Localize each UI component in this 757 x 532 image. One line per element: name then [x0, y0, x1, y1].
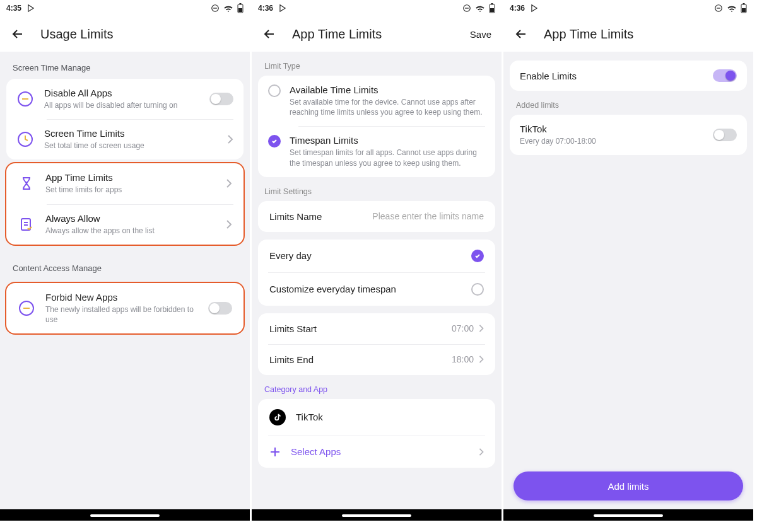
- limits-end-label: Limits End: [269, 354, 314, 365]
- wifi-icon: [223, 4, 233, 12]
- limits-name-label: Limits Name: [269, 211, 322, 222]
- status-bar: 4:35: [0, 0, 250, 16]
- row-timespan-limits[interactable]: Timespan Limits Set timespan limits for …: [258, 126, 495, 176]
- customize-label: Customize everyday timespan: [269, 284, 471, 294]
- row-limits-name[interactable]: Limits Name: [258, 201, 495, 232]
- radio-available[interactable]: [268, 84, 281, 97]
- row-available-time-limits[interactable]: Available Time Limits Set available time…: [258, 76, 495, 126]
- back-icon[interactable]: [262, 26, 277, 42]
- card-apps: TikTok Select Apps: [258, 399, 495, 468]
- status-time: 4:35: [6, 4, 21, 13]
- section-screen-time: Screen Time Manage: [0, 52, 250, 79]
- row-always-allow[interactable]: Always Allow Always allow the apps on th…: [6, 204, 244, 245]
- radio-every-day[interactable]: [471, 250, 484, 262]
- limits-name-input[interactable]: [322, 211, 484, 221]
- page-title: App Time Limits: [544, 27, 633, 42]
- play-store-icon: [278, 4, 287, 13]
- title-bar: App Time Limits Save: [252, 16, 502, 52]
- section-content-access: Content Access Manage: [0, 252, 250, 279]
- svg-rect-14: [491, 3, 493, 4]
- row-every-day[interactable]: Every day: [258, 240, 495, 272]
- stl-title: Screen Time Limits: [44, 128, 222, 139]
- card-time-range: Limits Start 07:00 Limits End 18:00: [258, 313, 495, 375]
- nav-home-bar[interactable]: [503, 509, 753, 521]
- status-bar: 4:36: [252, 0, 502, 16]
- battery-icon: [489, 3, 495, 13]
- title-bar: Usage Limits: [0, 16, 250, 52]
- play-store-icon: [530, 4, 539, 13]
- clock-icon: [16, 130, 34, 148]
- card-added-limits: TikTok Every day 07:00-18:00: [510, 115, 747, 155]
- section-limit-type: Limit Type: [252, 52, 502, 76]
- screen-app-time-limits-form: 4:36 App Time Limits Save Limit Type Ava…: [252, 0, 502, 521]
- save-button[interactable]: Save: [470, 29, 491, 40]
- row-screen-time-limits[interactable]: Screen Time Limits Set total time of scr…: [6, 119, 244, 159]
- card-limit-type: Available Time Limits Set available time…: [258, 76, 495, 177]
- wifi-icon: [475, 4, 485, 12]
- chevron-right-icon: [479, 325, 484, 332]
- nav-home-bar[interactable]: [252, 509, 502, 521]
- chevron-right-icon: [226, 220, 232, 229]
- row-limit-item-tiktok[interactable]: TikTok Every day 07:00-18:00: [510, 115, 747, 155]
- card-schedule: Every day Customize everyday timespan: [258, 240, 495, 306]
- forbid-sub: The newly installed apps will be forbidd…: [45, 304, 203, 325]
- section-added-limits: Added limits: [503, 91, 753, 115]
- add-limits-button[interactable]: Add limits: [513, 471, 743, 500]
- svg-rect-19: [743, 3, 745, 4]
- disable-icon: [16, 90, 34, 108]
- radio-customize[interactable]: [471, 283, 484, 296]
- add-limits-label: Add limits: [607, 481, 648, 492]
- dnd-icon: [714, 4, 723, 13]
- row-enable-limits[interactable]: Enable Limits: [510, 61, 747, 91]
- row-limits-end[interactable]: Limits End 18:00: [258, 344, 495, 375]
- row-disable-all-apps[interactable]: Disable All Apps All apps will be disabl…: [6, 79, 244, 119]
- row-select-apps[interactable]: Select Apps: [258, 436, 495, 468]
- disable-all-title: Disable All Apps: [44, 88, 204, 98]
- radio-timespan[interactable]: [268, 135, 281, 147]
- svg-rect-3: [240, 3, 242, 4]
- section-category-app: Category and App: [252, 375, 502, 399]
- status-time: 4:36: [258, 4, 273, 13]
- timespan-title: Timespan Limits: [290, 135, 485, 146]
- dnd-icon: [462, 4, 471, 13]
- timespan-sub: Set timespan limits for all apps. Cannot…: [290, 147, 485, 168]
- disable-all-toggle[interactable]: [209, 93, 233, 105]
- forbid-toggle[interactable]: [208, 302, 232, 315]
- forbid-title: Forbid New Apps: [45, 292, 203, 303]
- battery-icon: [741, 3, 747, 13]
- svg-rect-20: [742, 8, 746, 12]
- list-check-icon: [18, 216, 35, 233]
- enable-limits-toggle[interactable]: [713, 69, 737, 82]
- limits-start-value: 07:00: [452, 323, 474, 333]
- row-forbid-new-apps[interactable]: Forbid New Apps The newly installed apps…: [6, 283, 244, 333]
- battery-icon: [237, 3, 244, 13]
- row-customize-timespan[interactable]: Customize everyday timespan: [258, 273, 495, 306]
- section-limit-settings: Limit Settings: [252, 177, 502, 201]
- wifi-icon: [727, 4, 737, 12]
- back-icon[interactable]: [513, 26, 529, 42]
- forbid-icon: [18, 299, 35, 317]
- chevron-right-icon: [227, 135, 233, 144]
- avail-title: Available Time Limits: [290, 84, 485, 95]
- row-limits-start[interactable]: Limits Start 07:00: [258, 313, 495, 344]
- row-app-tiktok[interactable]: TikTok: [258, 399, 495, 436]
- plus-icon: [269, 446, 281, 458]
- nav-home-bar[interactable]: [0, 509, 250, 521]
- select-apps-label: Select Apps: [291, 446, 341, 457]
- limit-item-toggle[interactable]: [713, 129, 737, 141]
- page-title: Usage Limits: [40, 27, 114, 42]
- status-time: 4:36: [510, 4, 525, 13]
- row-app-time-limits[interactable]: App Time Limits Set time limits for apps: [6, 163, 244, 204]
- enable-limits-label: Enable Limits: [520, 71, 708, 81]
- svg-rect-4: [238, 8, 242, 12]
- highlight-box-2: Forbid New Apps The newly installed apps…: [5, 282, 245, 335]
- status-bar: 4:36: [503, 0, 753, 16]
- back-icon[interactable]: [10, 26, 25, 42]
- page-title: App Time Limits: [292, 27, 382, 42]
- card-enable-limits: Enable Limits: [510, 61, 747, 91]
- allow-title: Always Allow: [45, 213, 221, 224]
- chevron-right-icon: [479, 356, 484, 363]
- limit-item-sub: Every day 07:00-18:00: [520, 136, 708, 146]
- every-day-label: Every day: [269, 250, 471, 261]
- card-limits-name: Limits Name: [258, 201, 495, 232]
